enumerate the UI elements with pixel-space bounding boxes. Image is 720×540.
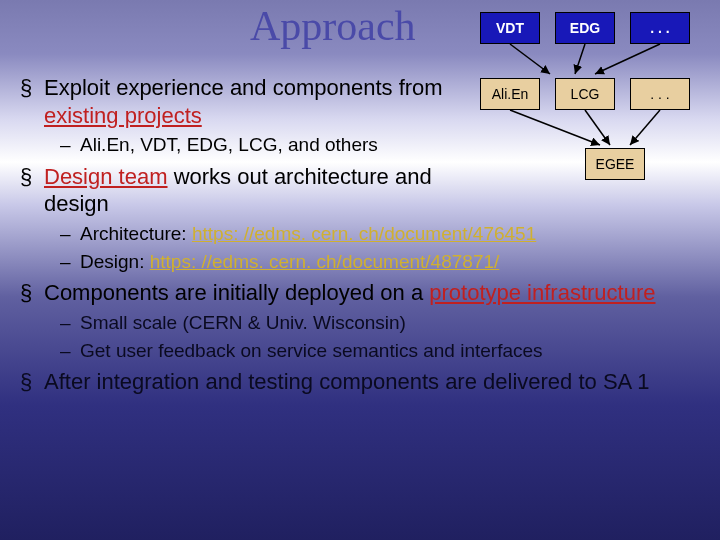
bullet-3-sub-2: Get user feedback on service semantics a… <box>20 339 700 363</box>
slide: Approach VDT EDG . . . Ali.En LCG . . . … <box>0 0 720 540</box>
bullet-1-sub-1: Ali.En, VDT, EDG, LCG, and others <box>20 133 700 157</box>
bullet-1-red: existing projects <box>44 103 202 128</box>
bullet-2-sub-2-link[interactable]: https: //edms. cern. ch/document/487871/ <box>150 251 500 272</box>
bullet-2-red: Design team <box>44 164 168 189</box>
bullet-2-sub-1: Architecture: https: //edms. cern. ch/do… <box>20 222 700 246</box>
bullet-3-red: prototype infrastructure <box>429 280 655 305</box>
slide-title: Approach <box>250 2 416 50</box>
diagram-box-dots1: . . . <box>630 12 690 44</box>
bullet-2-sub-1-link[interactable]: https: //edms. cern. ch/document/476451 <box>192 223 536 244</box>
bullet-2-sub-1-pre: Architecture: <box>80 223 192 244</box>
bullet-2-sub-2-pre: Design: <box>80 251 150 272</box>
bullet-3-sub-1: Small scale (CERN & Univ. Wisconsin) <box>20 311 700 335</box>
bullet-2-sub-2: Design: https: //edms. cern. ch/document… <box>20 250 700 274</box>
content: Exploit experience and components from e… <box>20 70 700 398</box>
diagram-box-edg: EDG <box>555 12 615 44</box>
bullet-4: After integration and testing components… <box>20 368 700 396</box>
bullet-2: Design team works out architecture and d… <box>20 163 484 218</box>
bullet-1-text: Exploit experience and components from <box>44 75 443 100</box>
bullet-3: Components are initially deployed on a p… <box>20 279 700 307</box>
bullet-3-text: Components are initially deployed on a <box>44 280 429 305</box>
bullet-1: Exploit experience and components from e… <box>20 74 484 129</box>
diagram-box-vdt: VDT <box>480 12 540 44</box>
